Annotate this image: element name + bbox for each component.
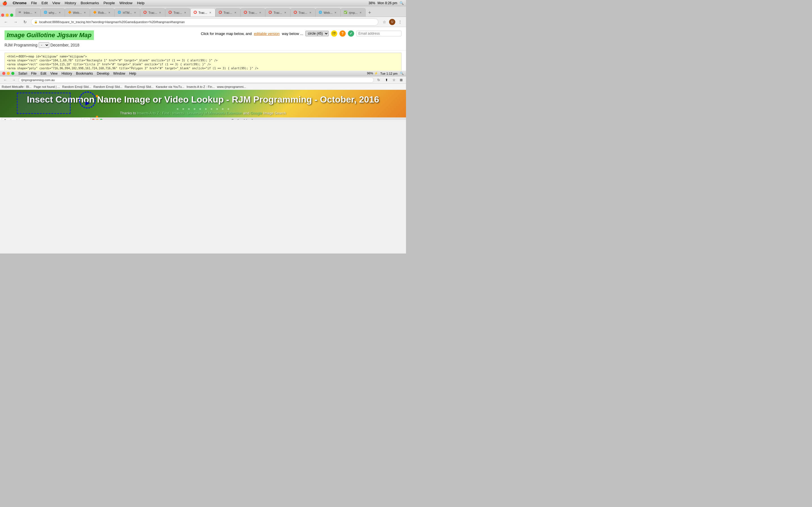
bookmarks-menu-inner[interactable]: Bookmarks (76, 71, 93, 75)
tab-trac5[interactable]: ⭕ Trac... ✕ (241, 8, 266, 17)
history-menu-inner[interactable]: History (61, 71, 72, 75)
inner-back-button[interactable]: ← (2, 76, 9, 83)
battery-status: 38% (368, 1, 375, 5)
email-input[interactable] (356, 31, 402, 36)
inner-minimize-button[interactable] (7, 72, 10, 75)
tab-close-icon[interactable]: ✕ (258, 11, 262, 15)
maximize-window-button[interactable] (10, 13, 13, 17)
tab-inbox[interactable]: ✉ Inbo... ✕ (15, 8, 41, 17)
address-text: localhost:8888/square_hr_tracing.htm?wor… (39, 20, 185, 24)
reload-button[interactable]: ↻ (21, 18, 29, 25)
tab-label: Trac... (148, 11, 157, 14)
bookmark-star-icon[interactable]: ☆ (380, 18, 388, 25)
new-tab-button[interactable]: + (366, 9, 373, 17)
user-avatar[interactable]: U (389, 19, 395, 25)
back-button[interactable]: ← (2, 18, 10, 25)
tab-close-icon[interactable]: ✕ (107, 11, 111, 15)
bookmark-item[interactable]: Random Emoji Slid... (62, 85, 91, 89)
tab-why[interactable]: 🌐 why... ✕ (41, 8, 65, 17)
window-menu[interactable]: Window (119, 1, 132, 5)
bookmark-item[interactable]: Insects A to Z : Fin... (187, 85, 215, 89)
tab-close-icon[interactable]: ✕ (308, 11, 312, 15)
history-menu[interactable]: History (64, 1, 76, 5)
inner-close-button[interactable] (2, 72, 5, 75)
inner-maximize-button[interactable] (11, 72, 14, 75)
view-menu-inner[interactable]: View (50, 71, 57, 75)
help-menu-inner[interactable]: Help (129, 71, 136, 75)
help-button-3[interactable]: ✓ (348, 31, 354, 37)
inner-bookmark-icon[interactable]: ☆ (391, 77, 397, 83)
author-text: RJM Programming (4, 43, 38, 47)
tab-close-icon[interactable]: ✕ (283, 11, 287, 15)
month-selector[interactable]: -+ (39, 42, 49, 48)
develop-menu-inner[interactable]: Develop (97, 71, 109, 75)
bookmark-item[interactable]: www.rjmprogrammi... (217, 85, 246, 89)
bookmark-item[interactable]: Karaoke via YouTu... (156, 85, 185, 89)
inner-share-icon[interactable]: ⬆ (384, 77, 390, 83)
bookmark-item[interactable]: Random Emoji Slid... (124, 85, 154, 89)
help-button-2[interactable]: ? (340, 31, 346, 37)
tab-trac7[interactable]: ⭕ Trac... ✕ (290, 8, 315, 17)
help-button-1[interactable]: !? (331, 31, 337, 37)
edit-menu-inner[interactable]: Edit (41, 71, 47, 75)
dropdown-arrow-icon[interactable]: ▼ (84, 118, 88, 120)
tab-close-icon[interactable]: ✕ (183, 11, 187, 15)
tab-web1[interactable]: 🔶 Web... ✕ (65, 8, 90, 17)
apple-logo-icon[interactable]: 🍎 (2, 1, 7, 5)
tab-rob[interactable]: 🔶 Rob... ✕ (90, 8, 114, 17)
edit-menu[interactable]: Edit (42, 1, 48, 5)
address-bar[interactable]: 🔒 localhost:8888/square_hr_tracing.htm?w… (31, 18, 378, 25)
people-menu[interactable]: People (103, 1, 115, 5)
tab-close-icon[interactable]: ✕ (208, 11, 212, 15)
bookmark-item[interactable]: Page not found | ... (34, 85, 60, 89)
inner-reload-button[interactable]: ↻ (375, 76, 382, 83)
tab-close-icon[interactable]: ✕ (34, 11, 38, 15)
settings-icon[interactable]: ⋮ (396, 18, 404, 25)
panel-close-icon[interactable] (92, 119, 95, 120)
tab-close-icon[interactable]: ✕ (234, 11, 238, 15)
editable-version-link[interactable]: editable version (254, 32, 280, 36)
tab-close-icon[interactable]: ✕ (133, 11, 137, 15)
tab-rjmp[interactable]: ✅ rjmp... ✕ (341, 8, 366, 17)
tab-close-icon[interactable]: ✕ (58, 11, 62, 15)
bookmark-item[interactable]: Random Emoji Slid... (93, 85, 122, 89)
chrome-menu[interactable]: Chrome (13, 1, 27, 5)
tab-htm[interactable]: 🌐 HTM... ✕ (114, 8, 140, 17)
forward-button[interactable]: → (12, 18, 19, 25)
tab-close-icon[interactable]: ✕ (158, 11, 162, 15)
shape-selector[interactable]: circle (45) (305, 31, 329, 36)
view-menu[interactable]: View (52, 1, 60, 5)
tab-trac4[interactable]: ⭕ Trac... ✕ (215, 8, 241, 17)
help-menu[interactable]: Help (137, 1, 145, 5)
inner-search-icon[interactable]: 🔍 (400, 71, 404, 75)
beetle-selector[interactable]: Beetles, false Japanese (2, 118, 82, 120)
file-menu[interactable]: File (31, 1, 37, 5)
insects-az-link[interactable]: Insects A to Z : Find : Insects : Univer… (137, 111, 242, 115)
tab-close-icon[interactable]: ✕ (83, 11, 87, 15)
close-window-button[interactable] (1, 13, 4, 17)
search-icon[interactable]: 🔍 (400, 1, 404, 5)
tab-favicon: ✅ (344, 11, 348, 15)
tab-favicon: 🌐 (319, 11, 322, 15)
inner-tabs-icon[interactable]: ⊞ (398, 77, 404, 83)
tab-trac3-active[interactable]: ⭕ Trac... ✕ (190, 8, 215, 17)
panel-minimize-icon[interactable] (96, 119, 99, 120)
tab-close-icon[interactable]: ✕ (359, 11, 363, 15)
minimize-window-button[interactable] (6, 13, 9, 17)
file-menu-inner[interactable]: File (31, 71, 36, 75)
inner-forward-button[interactable]: → (10, 76, 17, 83)
safari-menu[interactable]: Safari (18, 71, 27, 75)
window-menu-inner[interactable]: Window (113, 71, 125, 75)
tab-web2[interactable]: 🌐 Web... ✕ (315, 8, 341, 17)
bookmarks-menu[interactable]: Bookmarks (81, 1, 99, 5)
bookmark-item[interactable]: Robert Metcalfe : Bl... (2, 85, 32, 89)
google-link[interactable]: Google (250, 111, 262, 115)
inner-address-bar[interactable]: rjmprogramming.com.au (18, 77, 374, 83)
tab-trac6[interactable]: ⭕ Trac... ✕ (265, 8, 290, 17)
tab-trac1[interactable]: ⭕ Trac... ✕ (140, 8, 165, 17)
panel-maximize-icon[interactable] (100, 119, 103, 120)
tab-trac2[interactable]: ⭕ Trac... ✕ (165, 8, 190, 17)
insect-page-title: Insect Common Name Image or Video Lookup… (6, 94, 400, 105)
tab-close-icon[interactable]: ✕ (334, 11, 338, 15)
way-below-text: way below ... (282, 32, 303, 36)
